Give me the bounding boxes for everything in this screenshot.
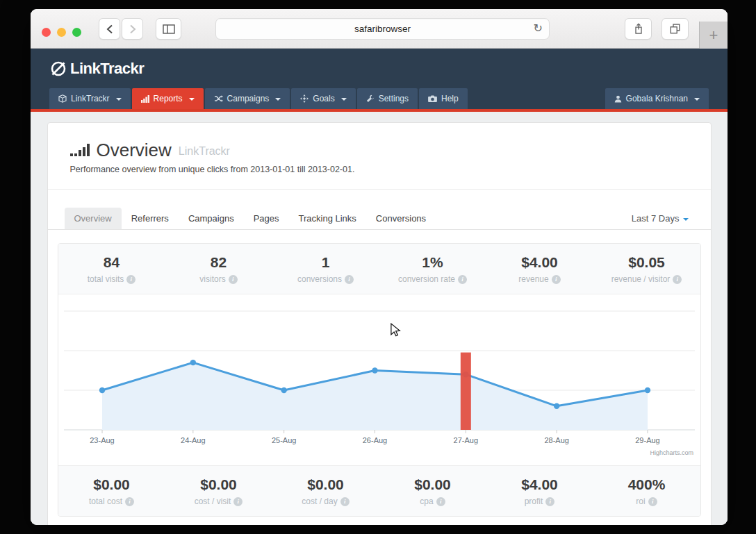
box-icon [58,94,67,103]
info-icon[interactable]: i [545,497,554,506]
zoom-window-button[interactable] [72,28,81,37]
address-bar-text: safaribrowser [354,24,411,34]
chevron-down-icon [341,98,347,101]
visits-chart: 23-Aug24-Aug25-Aug26-Aug27-Aug28-Aug29-A… [58,294,700,465]
info-icon[interactable]: i [436,497,445,506]
info-icon[interactable]: i [125,497,134,506]
chevron-left-icon [106,24,113,34]
stats-row-bottom: $0.00total costi$0.00cost / visiti$0.00c… [58,465,700,516]
stats-panel: 84total visitsi82visitorsi1conversionsi1… [58,243,701,517]
new-tab-button[interactable]: + [699,22,728,49]
stats-row-top: 84total visitsi82visitorsi1conversionsi1… [58,244,700,294]
x-axis-label: 23-Aug [90,436,114,444]
page-title-suffix: LinkTrackr [179,145,230,159]
browser-window: safaribrowser ↻ + LinkTrackr [31,9,728,525]
stat-value: 1% [379,254,486,271]
nav-item-reports[interactable]: Reports [132,88,204,109]
info-icon[interactable]: i [233,497,243,506]
linktrackr-logo[interactable]: LinkTrackr [49,60,144,78]
stat-conversion-rate: 1%conversion ratei [379,254,486,284]
camera-icon [428,94,437,103]
share-button[interactable] [625,18,652,40]
stat-value: $4.00 [486,254,593,271]
minimize-window-button[interactable] [57,28,66,37]
info-icon[interactable]: i [673,275,682,284]
chevron-down-icon [694,98,700,101]
stat-label: total cost [89,497,122,506]
info-icon[interactable]: i [126,275,135,284]
highcharts-credit[interactable]: Highcharts.com [650,449,693,456]
x-axis-label: 24-Aug [181,436,205,444]
nav-item-label: Help [441,94,459,103]
plus-icon: + [709,28,718,43]
stat-revenue-visitor: $0.05revenue / visitori [593,254,700,284]
nav-item-settings[interactable]: Settings [357,88,418,109]
x-axis-label: 28-Aug [544,436,568,444]
x-axis-label: 29-Aug [635,436,659,444]
sidebar-toggle-button[interactable] [156,18,181,40]
stat-value: 82 [165,254,272,271]
stat-label: profit [525,497,543,506]
stat-conversions: 1conversionsi [272,254,379,284]
address-bar[interactable]: safaribrowser ↻ [215,18,550,40]
user-icon [614,95,622,103]
reload-icon[interactable]: ↻ [534,22,543,35]
nav-item-linktrackr[interactable]: LinkTrackr [49,88,131,109]
share-icon [634,23,643,35]
nav-item-campaigns[interactable]: Campaigns [205,88,290,109]
info-icon[interactable]: i [345,275,354,284]
info-icon[interactable]: i [340,497,350,506]
tab-overview-button[interactable] [662,18,689,40]
stat-label: total visits [88,274,124,284]
nav-item-label: LinkTrackr [71,94,110,103]
info-icon[interactable]: i [552,275,561,284]
nav-item-goals[interactable]: Goals [291,88,355,109]
tab-pages[interactable]: Pages [244,208,289,229]
stat-label: cost / day [302,497,337,506]
stat-value: 400% [593,476,700,493]
stat-value: 84 [58,254,165,271]
stat-label: cpa [420,497,433,506]
stat-label: revenue / visitor [611,274,671,284]
stat-value: $0.05 [593,254,700,271]
page-subtitle: Performance overview from unique clicks … [70,165,689,174]
tab-campaigns[interactable]: Campaigns [179,208,244,229]
stat-value: $0.00 [272,476,379,493]
close-window-button[interactable] [42,28,51,37]
stat-value: $0.00 [165,476,272,493]
tab-referrers[interactable]: Referrers [122,208,179,229]
goals-icon [300,94,309,103]
tab-overview[interactable]: Overview [65,208,122,229]
info-icon[interactable]: i [458,275,467,284]
forward-button[interactable] [122,18,143,40]
stat-label: revenue [518,274,548,284]
info-icon[interactable]: i [229,275,238,284]
stat-value: $4.00 [486,476,593,493]
desktop-background: safaribrowser ↻ + LinkTrackr [0,0,756,534]
stat-cost-day: $0.00cost / dayi [272,476,379,506]
user-menu[interactable]: Gobala Krishnan [605,88,709,109]
chevron-right-icon [129,24,136,34]
stat-revenue: $4.00revenuei [486,254,593,284]
tabs-icon [670,24,680,34]
date-range-dropdown[interactable]: Last 7 Days [632,213,689,229]
tab-bar: OverviewReferrersCampaignsPagesTracking … [48,190,711,230]
stat-cost-visit: $0.00cost / visiti [165,476,272,506]
chevron-down-icon [683,218,689,221]
stat-label: conversion rate [398,274,455,284]
x-axis-label: 27-Aug [453,436,477,444]
tab-conversions[interactable]: Conversions [366,208,436,229]
stat-value: $0.00 [379,476,486,493]
info-icon[interactable]: i [648,497,657,506]
stat-roi: 400%roii [593,476,700,506]
app-header: LinkTrackr [31,49,728,88]
nav-item-label: Settings [379,94,409,103]
chevron-down-icon [116,98,122,101]
browser-toolbar: safaribrowser ↻ + [31,9,728,49]
nav-item-help[interactable]: Help [419,88,468,109]
report-header: Overview LinkTrackr Performance overview… [48,123,711,190]
user-menu-label: Gobala Krishnan [626,94,688,103]
stat-value: $0.00 [58,476,165,493]
back-button[interactable] [99,18,120,40]
tab-tracking-links[interactable]: Tracking Links [289,208,366,229]
